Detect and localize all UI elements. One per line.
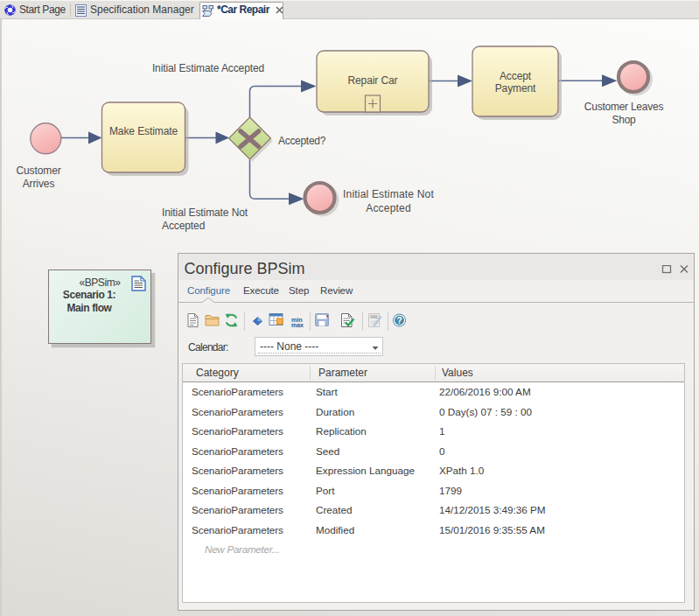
svg-text:XML: XML [370, 315, 379, 319]
svg-text:max: max [291, 322, 304, 328]
svg-text:?: ? [396, 316, 402, 326]
